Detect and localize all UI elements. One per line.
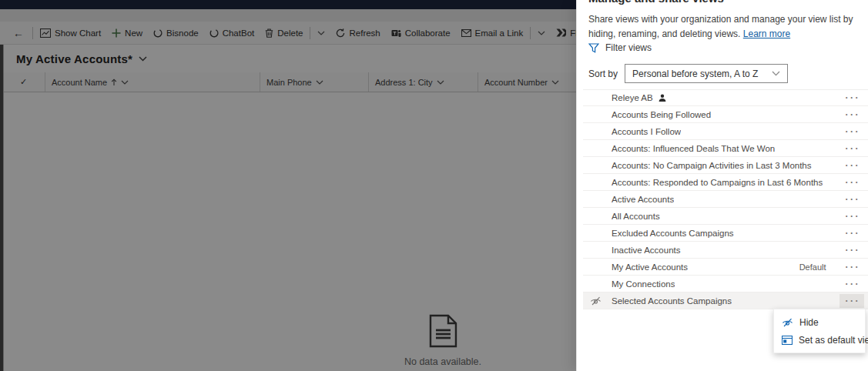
dim-overlay	[0, 0, 576, 371]
view-more-button[interactable]: ···	[840, 294, 865, 308]
view-name: Accounts: Responded to Campaigns in Last…	[612, 178, 823, 187]
menu-item-set-as-default-view[interactable]: Set as default view	[774, 331, 865, 349]
view-more-button[interactable]: ···	[840, 91, 865, 105]
sort-by-dropdown[interactable]: Personal before system, A to Z	[625, 64, 788, 83]
menu-item-label: Hide	[799, 317, 819, 328]
view-name: My Connections	[612, 279, 675, 289]
view-list-item-releye-ab[interactable]: Releye AB···	[583, 89, 868, 106]
view-list-item-inactive-accounts[interactable]: Inactive Accounts···	[583, 242, 868, 259]
panel-description: Share views with your organization and m…	[588, 12, 861, 42]
view-list-item-active-accounts[interactable]: Active Accounts···	[583, 191, 868, 208]
view-more-button[interactable]: ···	[840, 260, 865, 274]
context-menu: HideSet as default view	[773, 309, 866, 353]
eye-slash-icon-gray	[590, 296, 602, 306]
view-name: Releye AB	[612, 93, 653, 102]
filter-icon	[588, 43, 599, 53]
view-name: Inactive Accounts	[612, 246, 681, 255]
view-list-item-accounts-no-campaign-activities-in-last-3-months[interactable]: Accounts: No Campaign Activities in Last…	[583, 157, 868, 174]
view-more-button[interactable]: ···	[840, 125, 865, 139]
view-more-button[interactable]: ···	[840, 175, 865, 189]
view-name: Accounts: Influenced Deals That We Won	[612, 144, 775, 153]
view-more-button[interactable]: ···	[840, 159, 865, 172]
view-name: My Active Accounts	[612, 262, 688, 272]
view-list-item-accounts-responded-to-campaigns-in-last-6-months[interactable]: Accounts: Responded to Campaigns in Last…	[583, 174, 868, 191]
view-list-item-my-active-accounts[interactable]: My Active AccountsDefault···	[583, 259, 868, 276]
person-icon	[659, 94, 666, 102]
view-more-button[interactable]: ···	[840, 243, 865, 257]
menu-item-hide[interactable]: Hide	[774, 313, 865, 331]
view-name: Accounts: No Campaign Activities in Last…	[612, 161, 812, 170]
view-list-item-all-accounts[interactable]: All Accounts···	[583, 208, 868, 225]
sort-by-row: Sort by Personal before system, A to Z	[588, 64, 788, 83]
view-name: Excluded Accounts Campaigns	[612, 229, 734, 238]
chevron-down-icon	[772, 71, 780, 76]
filter-views-button[interactable]: Filter views	[588, 42, 652, 53]
view-list-item-accounts-being-followed[interactable]: Accounts Being Followed···	[583, 106, 868, 123]
panel-description-text: Share views with your organization and m…	[588, 14, 853, 39]
view-more-button[interactable]: ···	[840, 226, 865, 240]
eye-slash-icon	[782, 318, 793, 327]
view-list-item-my-connections[interactable]: My Connections···	[583, 276, 868, 292]
menu-item-label: Set as default view	[799, 335, 868, 346]
set-default-view-icon	[782, 336, 793, 345]
panel-heading: Manage and share views	[588, 0, 724, 5]
learn-more-link[interactable]: Learn more	[743, 28, 790, 39]
view-list-item-excluded-accounts-campaigns[interactable]: Excluded Accounts Campaigns···	[583, 225, 868, 242]
sort-by-label: Sort by	[588, 69, 618, 79]
view-more-button[interactable]: ···	[840, 108, 865, 122]
view-name: All Accounts	[612, 212, 660, 221]
view-name: Selected Accounts Campaigns	[612, 296, 732, 306]
view-name: Accounts I Follow	[612, 127, 681, 136]
filter-views-label: Filter views	[605, 42, 652, 53]
sort-by-value: Personal before system, A to Z	[632, 69, 758, 79]
view-more-button[interactable]: ···	[840, 209, 865, 223]
default-badge: Default	[799, 262, 826, 272]
view-name: Accounts Being Followed	[612, 110, 711, 119]
view-list-item-selected-accounts-campaigns[interactable]: Selected Accounts Campaigns···	[583, 292, 868, 309]
view-list-item-accounts-influenced-deals-that-we-won[interactable]: Accounts: Influenced Deals That We Won··…	[583, 140, 868, 157]
view-more-button[interactable]: ···	[840, 142, 865, 155]
view-more-button[interactable]: ···	[840, 192, 865, 206]
view-list-item-accounts-i-follow[interactable]: Accounts I Follow···	[583, 123, 868, 140]
view-more-button[interactable]: ···	[840, 277, 865, 291]
view-list: Releye AB···Accounts Being Followed···Ac…	[583, 89, 868, 309]
view-name: Active Accounts	[612, 195, 674, 204]
